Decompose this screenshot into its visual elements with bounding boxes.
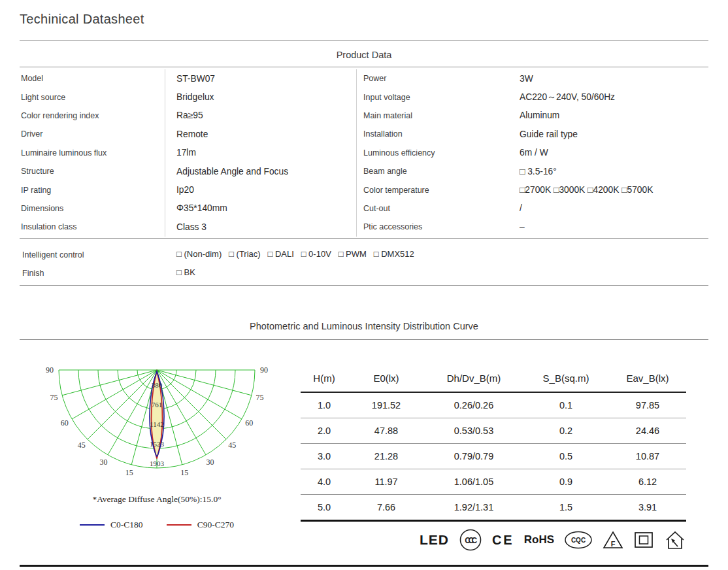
page-title: Techinical Datasheet (20, 12, 144, 27)
spec-value: □ BK (176, 267, 195, 277)
divider (20, 67, 708, 67)
spec-label: Dimensions (20, 204, 165, 213)
angle-tick-label: 15 (125, 468, 133, 477)
angle-tick-label: 60 (245, 418, 253, 428)
table-cell: 2.0 (301, 418, 348, 444)
table-cell: 7.66 (348, 495, 425, 521)
spec-label: Installation (356, 129, 520, 139)
spec-label: Input voltage (356, 93, 520, 102)
table-cell: 1.0 (301, 392, 348, 418)
certification-marks: LED CCC CE RoHS CQC F (420, 526, 686, 554)
datasheet-page: Techinical Datasheet Product Data Model … (0, 0, 728, 570)
table-cell: 1.06/1.05 (425, 469, 523, 495)
spec-value: □ 3.5-16° (520, 167, 708, 176)
spec-value: Adjustable Angle and Focus (165, 167, 356, 176)
photometric-chart: 90 90 75 75 60 60 45 45 30 30 15 15 380 … (36, 361, 278, 485)
table-header-row: H(m) E0(lx) Dh/Dv_B(m) S_B(sq.m) Eav_B(l… (301, 365, 686, 392)
spec-value: Ra≥95 (165, 110, 356, 120)
table-row: 4.0 11.97 1.06/1.05 0.9 6.12 (301, 469, 686, 495)
spec-value: □2700K □3000K □4200K □5700K (520, 185, 708, 195)
table-row: 3.0 21.28 0.79/0.79 0.5 10.87 (301, 444, 686, 469)
table-cell: 0.79/0.79 (425, 444, 523, 469)
table-cell: 21.28 (348, 444, 425, 469)
led-mark: LED (420, 532, 449, 548)
spec-value: Aluminum (520, 110, 708, 120)
spec-label: Power (356, 74, 520, 83)
intelligent-control-row: Intelligent control □ (Non-dim) □ (Triac… (21, 249, 707, 261)
spec-value: Guide rail type (520, 129, 708, 139)
column-divider (356, 69, 357, 237)
angle-tick-label: 75 (256, 393, 263, 402)
spec-value: AC220～240V, 50/60Hz (520, 92, 708, 103)
spec-value: Bridgelux (165, 92, 356, 102)
product-data-header: Product Data (0, 50, 728, 60)
divider (20, 285, 708, 286)
table-cell: 0.53/0.53 (425, 418, 523, 444)
table-cell: 0.9 (523, 469, 609, 495)
table-cell: 10.87 (609, 444, 686, 469)
ccc-mark-icon: CCC (459, 528, 482, 552)
angle-tick-label: 15 (180, 468, 188, 477)
ring-value-label: 1142 (150, 420, 164, 428)
spec-value: / (520, 203, 708, 213)
double-insulation-icon (633, 531, 654, 549)
spec-value: 6m / W (520, 148, 708, 158)
legend-line-c90-icon (167, 524, 191, 526)
column-header: H(m) (301, 365, 348, 392)
table-cell: 1.92/1.31 (425, 495, 523, 521)
ring-value-label: 380 (152, 381, 163, 389)
polar-plot: 90 90 75 75 60 60 45 45 30 30 15 15 380 … (36, 361, 278, 482)
spec-label: Luminous efficiency (356, 148, 520, 158)
column-header: Eav_B(lx) (609, 365, 686, 392)
table-row: 2.0 47.88 0.53/0.53 0.2 24.46 (301, 418, 686, 444)
diffuse-angle-caption: *Average Diffuse Angle(50%):15.0° (36, 494, 278, 505)
divider (20, 339, 708, 340)
angle-tick-label: 60 (61, 418, 69, 428)
ring-value-label: 1903 (150, 460, 165, 467)
spec-label: Cut-out (356, 204, 520, 213)
table-cell: 0.1 (523, 392, 609, 418)
spec-label: Model (20, 74, 165, 83)
table-cell: 5.0 (301, 495, 348, 521)
spec-label: Ptic accessories (356, 222, 520, 231)
spec-label: Finish (21, 269, 44, 278)
legend-item-c0: C0-C180 (80, 520, 143, 530)
angle-tick-label: 30 (207, 458, 214, 467)
legend-item-c90: C90-C270 (167, 520, 234, 530)
spec-label: Light source (20, 93, 165, 102)
table-cell: 0.26/0.26 (425, 392, 523, 418)
cqc-text: CQC (571, 537, 586, 544)
illuminance-table: H(m) E0(lx) Dh/Dv_B(m) S_B(sq.m) Eav_B(l… (301, 365, 686, 522)
table-cell: 0.5 (523, 444, 609, 469)
column-header: S_B(sq.m) (523, 365, 609, 392)
table-cell: 1.5 (523, 495, 609, 521)
ce-mark: CE (492, 533, 514, 548)
spec-label: Luminaire luminous flux (20, 148, 165, 158)
footer-rule (20, 565, 708, 567)
column-header: E0(lx) (348, 365, 425, 392)
table-cell: 191.52 (348, 392, 425, 418)
spec-label: Intelligent control (21, 250, 84, 260)
divider (20, 40, 708, 41)
spec-label: Driver (20, 129, 165, 139)
spec-value: 3W (520, 74, 708, 84)
ring-value-label: 1523 (150, 440, 165, 448)
divider (20, 238, 708, 239)
spec-value: Remote (165, 129, 356, 139)
legend-label: C90-C270 (197, 520, 234, 530)
spec-label: IP rating (20, 186, 165, 195)
spec-value: □ (Non-dim) □ (Triac) □ DALI □ 0-10V □ P… (176, 249, 414, 259)
angle-tick-label: 45 (78, 441, 86, 450)
spec-value: Class 3 (165, 222, 356, 232)
table-cell: 47.88 (348, 418, 425, 444)
spec-value: Φ35*140mm (165, 203, 356, 213)
spec-value: ST-BW07 (165, 74, 356, 84)
column-header: Dh/Dv_B(m) (425, 365, 523, 392)
cqc-mark-icon: CQC (564, 530, 593, 550)
angle-tick-label: 90 (260, 365, 268, 375)
spec-label: Beam angle (356, 167, 520, 176)
table-cell: 3.0 (301, 444, 348, 469)
f-text: F (611, 540, 616, 548)
spec-label: Structure (20, 167, 165, 176)
table-cell: 97.85 (609, 392, 686, 418)
